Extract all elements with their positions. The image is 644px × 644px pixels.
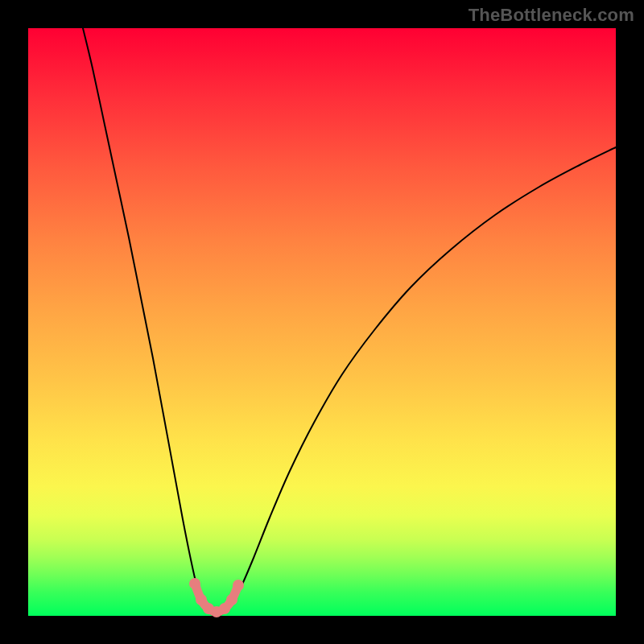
marker-stroke [195, 584, 238, 612]
chart-frame: TheBottleneck.com [0, 0, 644, 644]
bottleneck-curve [83, 28, 616, 616]
watermark-text: TheBottleneck.com [469, 5, 634, 26]
curve-svg [28, 28, 616, 616]
plot-area [28, 28, 616, 616]
